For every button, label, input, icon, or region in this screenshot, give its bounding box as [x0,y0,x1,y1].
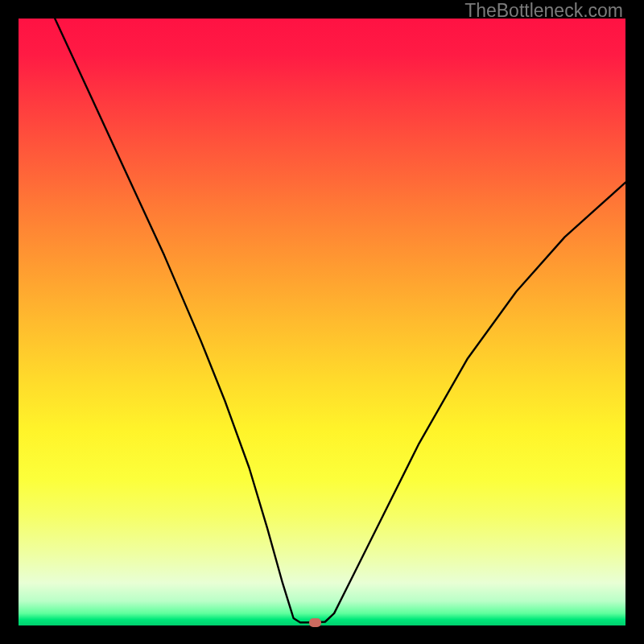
bottleneck-curve [19,19,625,625]
watermark-text: TheBottleneck.com [464,0,623,22]
plot-area [19,19,625,625]
frame: TheBottleneck.com [0,0,644,644]
optimal-point-marker [309,618,321,627]
